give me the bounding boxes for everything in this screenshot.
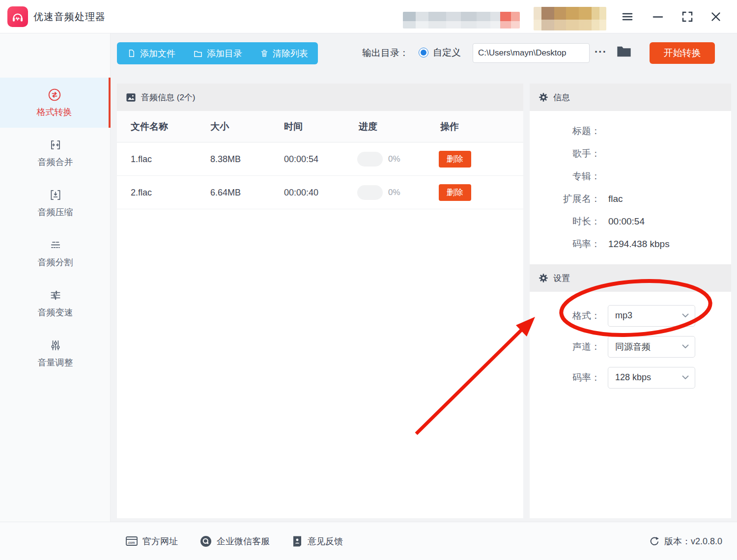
refresh-icon: [649, 536, 660, 547]
sidebar-item-volume-adjust[interactable]: 音量调整: [0, 328, 111, 378]
file-panel-header: 音频信息 (2个): [117, 84, 523, 111]
info-label: 扩展名：: [530, 193, 600, 205]
info-value: flac: [608, 194, 623, 204]
wechat-service-link[interactable]: 企业微信客服: [199, 535, 270, 548]
hamburger-icon: [621, 10, 634, 23]
add-file-label: 添加文件: [140, 48, 175, 59]
output-dir-label: 输出目录：: [362, 47, 409, 59]
progress-percent: 0%: [388, 188, 400, 197]
file-time: 00:00:40: [284, 187, 318, 197]
sidebar-item-audio-merge[interactable]: 音频合并: [0, 128, 111, 178]
bitrate-select[interactable]: 128 kbps: [608, 367, 695, 389]
delete-button[interactable]: 删除: [439, 151, 471, 168]
col-progress: 进度: [359, 120, 377, 133]
file-size: 6.64MB: [210, 187, 241, 197]
file-list-panel: 音频信息 (2个) 文件名称 大小 时间 进度 操作 1.flac 8.38MB…: [117, 84, 523, 518]
browse-more-button[interactable]: ···: [595, 46, 607, 58]
info-value: 1294.438 kbps: [608, 239, 670, 250]
table-row: 1.flac 8.38MB 00:00:54 0% 删除: [117, 142, 523, 176]
clear-list-button[interactable]: 清除列表: [260, 48, 308, 59]
close-button[interactable]: [708, 9, 724, 25]
info-label: 歌手：: [530, 147, 600, 160]
sidebar-item-audio-compress[interactable]: 音频压缩: [0, 178, 111, 228]
sidebar: 格式转换 音频合并 音频压缩 音频分割: [0, 33, 111, 522]
add-file-button[interactable]: 添加文件: [127, 48, 175, 59]
official-website-link[interactable]: .com 官方网址: [125, 535, 178, 547]
menu-button[interactable]: [619, 9, 636, 25]
sidebar-item-label: 格式转换: [37, 106, 72, 118]
settings-fields: 格式： mp3 声道： 同源音频 码率： 128 kbps: [530, 300, 731, 393]
bitrate-label: 码率：: [530, 371, 600, 384]
clear-list-label: 清除列表: [273, 48, 308, 59]
file-name: 2.flac: [131, 187, 152, 197]
sidebar-item-format-convert[interactable]: 格式转换: [0, 78, 111, 128]
website-icon: .com: [125, 535, 138, 547]
add-directory-label: 添加目录: [207, 48, 242, 59]
sidebar-item-label: 音频分割: [38, 256, 73, 268]
footer: .com 官方网址 企业微信客服 意见反馈: [0, 522, 737, 560]
gear-icon: [539, 273, 548, 283]
channel-value: 同源音频: [615, 341, 651, 353]
info-panel-title: 信息: [553, 92, 570, 103]
sidebar-item-audio-speed[interactable]: 音频变速: [0, 278, 111, 328]
col-size: 大小: [210, 120, 229, 133]
feedback-icon: [291, 535, 303, 548]
col-action: 操作: [440, 120, 459, 133]
version-label: 版本：v2.0.8.0: [664, 535, 722, 547]
delete-button[interactable]: 删除: [439, 184, 471, 201]
svg-text:.com: .com: [128, 541, 135, 544]
info-label: 码率：: [530, 238, 600, 251]
file-panel-title: 音频信息 (2个): [141, 92, 196, 103]
custom-radio-label: 自定义: [433, 46, 461, 59]
audio-compress-icon: [49, 188, 62, 202]
file-icon: [127, 49, 136, 58]
info-value: 00:00:54: [608, 216, 645, 227]
info-settings-panel: 信息 标题： 歌手： 专辑： 扩展名：flac 时长：00:00:54 码率：1…: [530, 84, 731, 518]
channel-select[interactable]: 同源音频: [608, 336, 695, 358]
close-icon: [709, 10, 722, 23]
format-select[interactable]: mp3: [608, 305, 695, 327]
table-row: 2.flac 6.64MB 00:00:40 0% 删除: [117, 176, 523, 209]
feedback-label: 意见反馈: [308, 535, 343, 547]
minimize-button[interactable]: [650, 9, 666, 25]
output-path-input[interactable]: [473, 43, 590, 63]
chevron-down-icon: [682, 375, 689, 380]
custom-radio-input[interactable]: [419, 48, 428, 57]
gear-icon: [539, 92, 548, 102]
file-actions-toolbar: 添加文件 添加目录 清除列表: [117, 42, 318, 64]
redacted-account-text: [403, 12, 520, 28]
official-website-label: 官方网址: [142, 535, 178, 547]
audio-speed-icon: [49, 288, 62, 302]
settings-panel-header: 设置: [530, 264, 731, 292]
sidebar-item-audio-split[interactable]: 音频分割: [0, 228, 111, 278]
folder-outline-icon: [193, 49, 203, 58]
channel-label: 声道：: [530, 340, 600, 353]
maximize-icon: [681, 10, 694, 23]
start-convert-button[interactable]: 开始转换: [650, 42, 715, 64]
add-directory-button[interactable]: 添加目录: [193, 48, 242, 59]
app-logo: [7, 6, 28, 27]
sidebar-item-label: 音频压缩: [38, 206, 73, 218]
trash-icon: [260, 49, 269, 58]
info-label: 时长：: [530, 215, 600, 228]
open-folder-button[interactable]: [616, 44, 632, 59]
audio-merge-icon: [49, 138, 62, 152]
titlebar: 优速音频处理器: [0, 0, 737, 33]
maximize-button[interactable]: [679, 9, 696, 25]
folder-icon: [616, 44, 632, 59]
col-filename: 文件名称: [131, 120, 168, 133]
format-convert-icon: [48, 88, 61, 102]
custom-output-radio[interactable]: 自定义: [419, 46, 461, 59]
sidebar-item-label: 音量调整: [38, 357, 73, 368]
progress-bar: [357, 152, 383, 167]
audio-info-icon: [126, 93, 136, 102]
bitrate-value: 128 kbps: [615, 372, 651, 383]
file-name: 1.flac: [131, 154, 152, 164]
feedback-link[interactable]: 意见反馈: [291, 535, 343, 548]
settings-panel-title: 设置: [553, 273, 570, 284]
format-label: 格式：: [530, 309, 600, 322]
version-info: 版本：v2.0.8.0: [649, 522, 722, 560]
info-panel-header: 信息: [530, 84, 731, 111]
minimize-icon: [652, 10, 664, 23]
progress-percent: 0%: [388, 154, 400, 164]
